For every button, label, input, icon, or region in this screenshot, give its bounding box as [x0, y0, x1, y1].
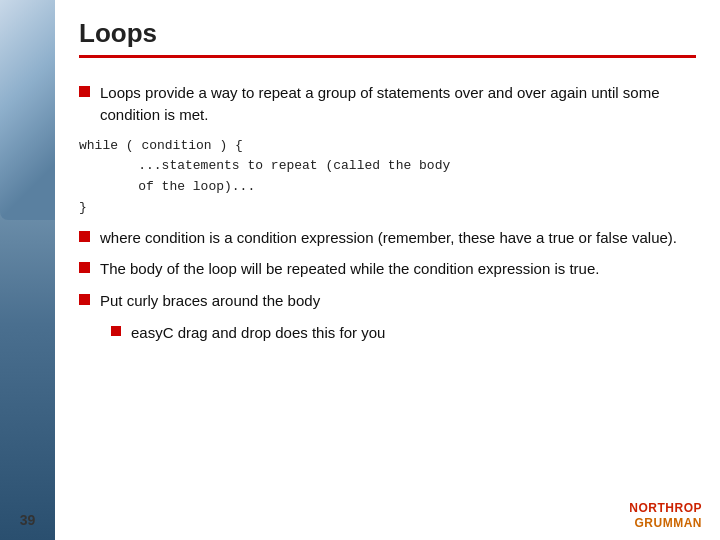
code-line-1: while ( condition ) { — [79, 136, 696, 157]
bullet-text-1: Loops provide a way to repeat a group of… — [100, 82, 696, 126]
bullet-square-1 — [79, 86, 90, 97]
bullet-item-3: The body of the loop will be repeated wh… — [79, 258, 696, 280]
bullet-item-4: Put curly braces around the body — [79, 290, 696, 312]
code-block: while ( condition ) { ...statements to r… — [79, 136, 696, 219]
bullet-square-3 — [79, 262, 90, 273]
code-line-2: ...statements to repeat (called the body — [79, 156, 696, 177]
bullet-square-4 — [79, 294, 90, 305]
bullet-text-2: where condition is a condition expressio… — [100, 227, 677, 249]
company-logo: NORTHROP GRUMMAN — [629, 501, 702, 530]
sub-bullet-item-1: easyC drag and drop does this for you — [79, 322, 696, 344]
logo-line-1: NORTHROP — [629, 501, 702, 515]
bullet-item-2: where condition is a condition expressio… — [79, 227, 696, 249]
bullet-square-2 — [79, 231, 90, 242]
title-underline — [79, 55, 696, 58]
main-content: Loops Loops provide a way to repeat a gr… — [55, 0, 720, 540]
page-number: 39 — [20, 512, 36, 528]
bullet-text-3: The body of the loop will be repeated wh… — [100, 258, 599, 280]
bullet-item-1: Loops provide a way to repeat a group of… — [79, 82, 696, 126]
title-section: Loops — [55, 0, 720, 68]
content-section: Loops provide a way to repeat a group of… — [55, 68, 720, 501]
code-line-3: of the loop)... — [79, 177, 696, 198]
bullet-text-4: Put curly braces around the body — [100, 290, 320, 312]
sub-bullet-text-1: easyC drag and drop does this for you — [131, 322, 385, 344]
code-line-4: } — [79, 198, 696, 219]
page-title: Loops — [79, 18, 696, 49]
left-decorative-bar: 39 — [0, 0, 55, 540]
logo-line-2: GRUMMAN — [629, 516, 702, 530]
sub-bullet-square-1 — [111, 326, 121, 336]
logo-area: NORTHROP GRUMMAN — [55, 501, 720, 540]
